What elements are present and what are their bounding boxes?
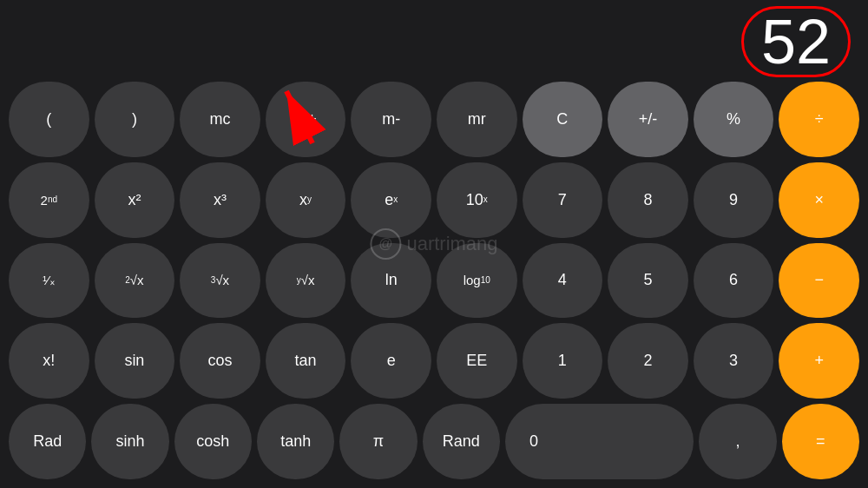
calculator: 52 @ uartrimang ( ) mc m+ m- mr C +/- % … xyxy=(0,0,868,488)
rand-button[interactable]: Rand xyxy=(423,404,500,479)
rad-button[interactable]: Rad xyxy=(9,404,86,479)
tanh-button[interactable]: tanh xyxy=(257,404,334,479)
xy-button[interactable]: xy xyxy=(266,162,346,238)
factorial-button[interactable]: x! xyxy=(9,323,89,399)
one-button[interactable]: 1 xyxy=(523,323,603,399)
row-5: Rad sinh cosh tanh π Rand 0 , = xyxy=(9,404,859,479)
six-button[interactable]: 6 xyxy=(694,243,774,319)
sqrt3-button[interactable]: 3√x xyxy=(180,243,260,319)
mr-button[interactable]: mr xyxy=(437,82,517,157)
eight-button[interactable]: 8 xyxy=(608,162,688,238)
10x-button[interactable]: 10x xyxy=(437,162,517,238)
row-3: ¹⁄ₓ 2√x 3√x y√x ln log10 4 5 6 − xyxy=(9,243,859,319)
four-button[interactable]: 4 xyxy=(523,243,603,319)
buttons-grid: ( ) mc m+ m- mr C +/- % ÷ 2nd x² x³ xy e… xyxy=(9,82,859,479)
mminus-button[interactable]: m- xyxy=(351,82,431,157)
paren-open-button[interactable]: ( xyxy=(9,82,89,157)
equals-button[interactable]: = xyxy=(782,404,859,479)
display-value: 52 xyxy=(741,6,851,77)
comma-button[interactable]: , xyxy=(699,404,776,479)
row-2: 2nd x² x³ xy ex 10x 7 8 9 × xyxy=(9,162,859,238)
e-button[interactable]: e xyxy=(351,323,431,399)
reciprocal-button[interactable]: ¹⁄ₓ xyxy=(9,243,89,319)
paren-close-button[interactable]: ) xyxy=(95,82,175,157)
ee-button[interactable]: EE xyxy=(437,323,517,399)
sqrt2-button[interactable]: 2√x xyxy=(95,243,175,319)
ln-button[interactable]: ln xyxy=(351,243,431,319)
two-button[interactable]: 2 xyxy=(608,323,688,399)
plusminus-button[interactable]: +/- xyxy=(608,82,688,157)
nine-button[interactable]: 9 xyxy=(694,162,774,238)
multiply-button[interactable]: × xyxy=(779,162,859,238)
mplus-button[interactable]: m+ xyxy=(266,82,346,157)
tan-button[interactable]: tan xyxy=(266,323,346,399)
cosh-button[interactable]: cosh xyxy=(174,404,252,479)
minus-button[interactable]: − xyxy=(779,243,859,319)
sqrty-button[interactable]: y√x xyxy=(266,243,346,319)
x3-button[interactable]: x³ xyxy=(180,162,260,238)
x2-button[interactable]: x² xyxy=(95,162,175,238)
clear-button[interactable]: C xyxy=(523,82,603,157)
cos-button[interactable]: cos xyxy=(180,323,260,399)
plus-button[interactable]: + xyxy=(779,323,859,399)
log10-button[interactable]: log10 xyxy=(437,243,517,319)
three-button[interactable]: 3 xyxy=(694,323,774,399)
2nd-button[interactable]: 2nd xyxy=(9,162,89,238)
mc-button[interactable]: mc xyxy=(180,82,260,157)
row-4: x! sin cos tan e EE 1 2 3 + xyxy=(9,323,859,399)
five-button[interactable]: 5 xyxy=(608,243,688,319)
divide-button[interactable]: ÷ xyxy=(779,82,859,157)
sinh-button[interactable]: sinh xyxy=(91,404,168,479)
seven-button[interactable]: 7 xyxy=(523,162,603,238)
zero-button[interactable]: 0 xyxy=(505,404,694,479)
percent-button[interactable]: % xyxy=(694,82,774,157)
display-area: 52 xyxy=(9,7,859,76)
pi-button[interactable]: π xyxy=(339,404,417,479)
sin-button[interactable]: sin xyxy=(95,323,175,399)
ex-button[interactable]: ex xyxy=(351,162,431,238)
row-1: ( ) mc m+ m- mr C +/- % ÷ xyxy=(9,82,859,157)
